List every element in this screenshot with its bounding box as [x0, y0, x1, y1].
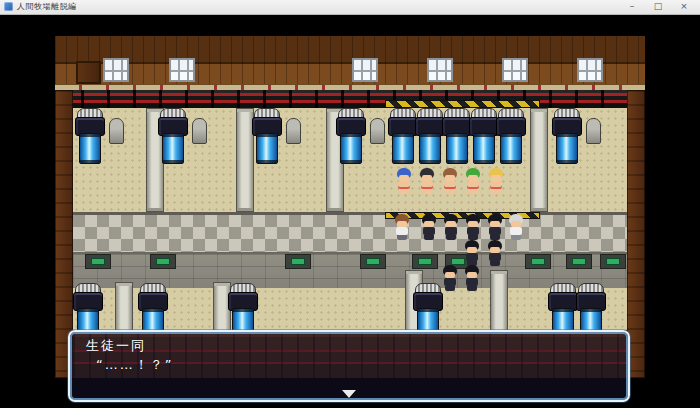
sprite-legs: [446, 235, 456, 240]
wall-window: [352, 58, 378, 82]
stone-walkway: [73, 212, 627, 252]
console-unit: [150, 254, 176, 269]
maximize-button[interactable]: □: [646, 0, 670, 13]
sprite-legs: [399, 189, 409, 194]
hopper: [586, 118, 601, 144]
console-unit: [85, 254, 111, 269]
minimize-button[interactable]: –: [620, 0, 644, 13]
sprite-torso: [490, 181, 502, 189]
hopper: [286, 118, 301, 144]
dialog-pause-indicator-icon: [342, 390, 356, 398]
guard-sprite: [443, 214, 459, 240]
factory-machine: [442, 108, 472, 164]
sprite-torso: [489, 253, 501, 261]
wall-window: [169, 58, 195, 82]
factory-machine: [75, 108, 105, 164]
wall-window: [427, 58, 453, 82]
blue-cylinder: [446, 133, 468, 164]
console-unit: [285, 254, 311, 269]
dialog-speaker-name: 生徒一同: [86, 337, 146, 355]
title-bar[interactable]: 人間牧場離脱編 – □ ×: [0, 0, 700, 15]
hopper: [109, 118, 124, 144]
wall-window: [577, 58, 603, 82]
sprite-legs: [468, 189, 478, 194]
guard-sprite: [487, 214, 503, 240]
factory-back-wall: [55, 36, 645, 84]
sprite-torso: [489, 227, 501, 235]
factory-machine: [552, 108, 582, 164]
blue-cylinder: [473, 133, 495, 164]
factory-machine: [336, 108, 366, 164]
sprite-torso: [445, 227, 457, 235]
blue-cylinder: [256, 133, 278, 164]
console-unit: [600, 254, 626, 269]
sprite-legs: [397, 235, 407, 240]
game-app-icon: [4, 2, 13, 11]
console-screen: [91, 258, 105, 265]
guard-sprite: [464, 240, 480, 266]
factory-machine: [415, 108, 445, 164]
sprite-legs: [445, 286, 455, 291]
sprite-torso: [467, 181, 479, 189]
sprite-torso: [444, 278, 456, 286]
girl-sprite: [465, 168, 481, 194]
sprite-torso: [466, 253, 478, 261]
factory-machine: [158, 108, 188, 164]
console-unit: [412, 254, 438, 269]
girl-sprite: [419, 168, 435, 194]
app-window: { "window": { "title": "人間牧場離脱編", "app_i…: [0, 0, 700, 408]
dialog-text: “……！？”: [96, 356, 173, 374]
factory-machine: [469, 108, 499, 164]
wall-window: [502, 58, 528, 82]
window-title: 人間牧場離脱編: [17, 1, 77, 12]
pipe-beam: [55, 90, 645, 108]
console-screen: [572, 258, 586, 265]
hopper: [192, 118, 207, 144]
guard-sprite: [465, 214, 481, 240]
blue-cylinder: [419, 133, 441, 164]
blue-cylinder: [162, 133, 184, 164]
sprite-legs: [491, 189, 501, 194]
sprite-legs: [424, 235, 434, 240]
guard-sprite: [464, 265, 480, 291]
wall-window: [103, 58, 129, 82]
sprite-legs: [490, 261, 500, 266]
sprite-legs: [445, 189, 455, 194]
sprite-legs: [422, 189, 432, 194]
blue-cylinder: [556, 133, 578, 164]
sprite-torso: [467, 227, 479, 235]
sprite-legs: [467, 286, 477, 291]
support-pillar: [490, 270, 508, 338]
guard-sprite: [487, 240, 503, 266]
hazard-band: [385, 100, 540, 108]
console-screen: [366, 258, 380, 265]
close-button[interactable]: ×: [672, 0, 696, 13]
console-unit: [360, 254, 386, 269]
support-pillar: [530, 108, 548, 212]
console-screen: [418, 258, 432, 265]
blue-cylinder: [500, 133, 522, 164]
elder-sprite: [508, 214, 524, 240]
sprite-torso: [398, 181, 410, 189]
console-screen: [156, 258, 170, 265]
sprite-torso: [423, 227, 435, 235]
sprite-torso: [396, 227, 408, 235]
wall-door: [76, 61, 101, 84]
console-screen: [291, 258, 305, 265]
blue-cylinder: [79, 133, 101, 164]
sprite-legs: [511, 235, 521, 240]
factory-machine: [252, 108, 282, 164]
guard-sprite: [421, 214, 437, 240]
worker-sprite: [394, 214, 410, 240]
blue-cylinder: [340, 133, 362, 164]
sprite-torso: [466, 278, 478, 286]
hopper: [370, 118, 385, 144]
factory-machine: [388, 108, 418, 164]
sprite-torso: [510, 227, 522, 235]
factory-machine: [496, 108, 526, 164]
console-unit: [566, 254, 592, 269]
guard-sprite: [442, 265, 458, 291]
console-unit: [525, 254, 551, 269]
console-screen: [531, 258, 545, 265]
girl-sprite: [442, 168, 458, 194]
